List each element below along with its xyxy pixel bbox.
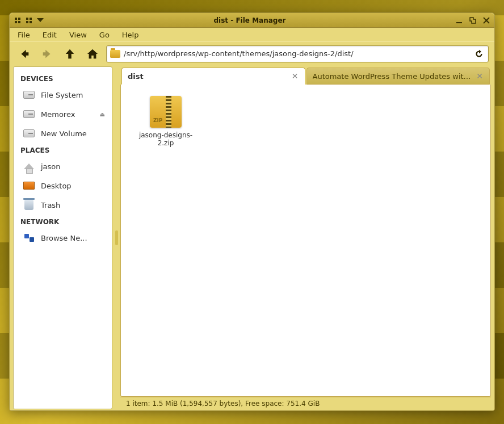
- sidebar-item-label: Trash: [41, 201, 60, 209]
- drive-icon: [23, 89, 35, 101]
- maximize-button[interactable]: [468, 16, 477, 25]
- sidebar-item-label: Desktop: [41, 182, 72, 190]
- sidebar-header-devices: DEVICES: [14, 72, 112, 85]
- home-button[interactable]: [83, 45, 102, 63]
- menu-go[interactable]: Go: [94, 30, 115, 40]
- sidebar-item-filesystem[interactable]: File System: [14, 85, 112, 104]
- sidebar-header-network: NETWORK: [14, 215, 112, 228]
- file-name-label: jasong-designs-2.zip: [132, 131, 199, 147]
- sidebar-item-desktop[interactable]: Desktop: [14, 176, 112, 195]
- pane-splitter[interactable]: [112, 65, 120, 410]
- drive-icon: [23, 127, 35, 140]
- window-menu-button[interactable]: [13, 16, 22, 25]
- sidebar-item-browse-network[interactable]: Browse Ne...: [14, 228, 112, 247]
- tab-automate[interactable]: Automate WordPress Theme Updates with...…: [306, 68, 490, 85]
- network-icon: [23, 232, 35, 244]
- menu-view[interactable]: View: [64, 30, 93, 40]
- main-panel: dist ✕ Automate WordPress Theme Updates …: [120, 66, 491, 409]
- home-icon: [23, 160, 35, 173]
- tab-bar: dist ✕ Automate WordPress Theme Updates …: [120, 66, 491, 85]
- sidebar-item-memorex[interactable]: Memorex⏏: [14, 104, 112, 124]
- trash-icon: [23, 199, 35, 211]
- titlebar[interactable]: dist - File Manager: [10, 13, 494, 28]
- titlebar-left-controls: [13, 16, 45, 25]
- statusbar-text: 1 item: 1.5 MiB (1,594,557 bytes), Free …: [126, 400, 320, 408]
- sidebar-header-places: PLACES: [14, 143, 112, 157]
- file-item[interactable]: ZIP jasong-designs-2.zip: [129, 93, 203, 150]
- tab-dist[interactable]: dist ✕: [121, 68, 305, 85]
- sidebar-item-newvolume[interactable]: New Volume: [14, 124, 112, 143]
- window-title: dist - File Manager: [45, 16, 455, 24]
- folder-icon: [110, 50, 120, 58]
- menu-file[interactable]: File: [12, 30, 36, 40]
- window-shade-button[interactable]: [36, 16, 45, 25]
- location-bar[interactable]: /srv/http/wordpress/wp-content/themes/ja…: [106, 45, 489, 62]
- reload-button[interactable]: [473, 48, 485, 60]
- back-button[interactable]: [15, 45, 33, 63]
- menubar: File Edit View Go Help: [10, 28, 494, 41]
- tab-close-icon[interactable]: ✕: [291, 72, 299, 80]
- sidebar-item-label: New Volume: [41, 129, 87, 138]
- desktop-icon: [23, 179, 35, 192]
- window-sticky-button[interactable]: [24, 16, 33, 25]
- menu-edit[interactable]: Edit: [37, 30, 62, 40]
- minimize-button[interactable]: [455, 16, 464, 25]
- toolbar: /srv/http/wordpress/wp-content/themes/ja…: [10, 41, 494, 65]
- sidebar-item-label: Memorex: [41, 110, 75, 119]
- close-button[interactable]: [482, 16, 491, 25]
- sidebar-item-label: jason: [41, 162, 61, 171]
- zip-archive-icon: ZIP: [150, 96, 182, 128]
- titlebar-right-controls: [455, 16, 491, 25]
- eject-icon[interactable]: ⏏: [100, 111, 105, 117]
- location-path[interactable]: /srv/http/wordpress/wp-content/themes/ja…: [124, 49, 470, 58]
- zip-badge: ZIP: [153, 117, 162, 123]
- sidebar-item-trash[interactable]: Trash: [14, 195, 112, 215]
- file-view[interactable]: ZIP jasong-designs-2.zip: [120, 85, 491, 397]
- drive-icon: [23, 108, 35, 120]
- sidebar-item-label: Browse Ne...: [41, 234, 87, 242]
- menu-help[interactable]: Help: [116, 30, 145, 40]
- forward-button[interactable]: [38, 45, 56, 63]
- tab-label: Automate WordPress Theme Updates with...: [313, 72, 472, 81]
- sidebar-item-label: File System: [41, 91, 83, 99]
- tab-label: dist: [128, 72, 287, 81]
- sidebar-item-home[interactable]: jason: [14, 157, 112, 176]
- svg-rect-0: [456, 22, 462, 23]
- body-area: DEVICES File System Memorex⏏ New Volume …: [10, 65, 494, 410]
- parent-button[interactable]: [61, 45, 79, 63]
- statusbar: 1 item: 1.5 MiB (1,594,557 bytes), Free …: [120, 397, 491, 409]
- file-manager-window: dist - File Manager File Edit View Go He…: [9, 12, 495, 411]
- tab-close-icon[interactable]: ✕: [476, 72, 484, 80]
- sidebar: DEVICES File System Memorex⏏ New Volume …: [13, 66, 112, 409]
